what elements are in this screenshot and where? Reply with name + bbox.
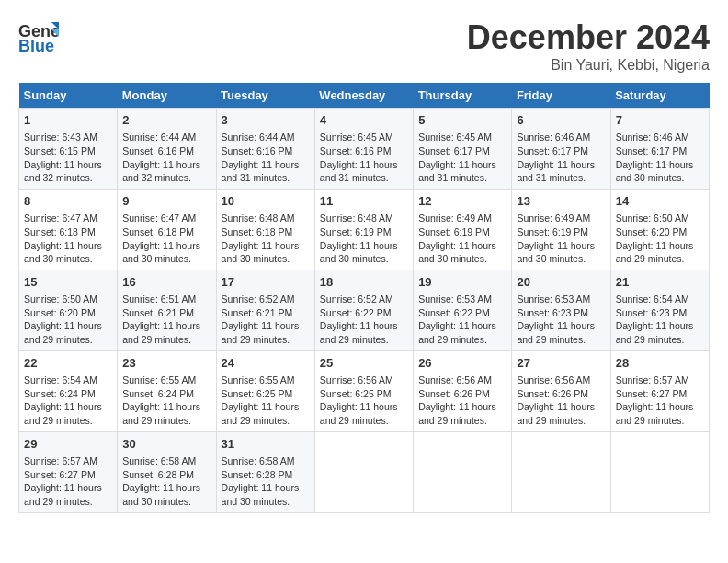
day-number: 17 [222, 274, 310, 291]
day-number: 20 [517, 274, 605, 291]
day-number: 16 [122, 274, 210, 291]
calendar-cell: 14Sunrise: 6:50 AM Sunset: 6:20 PM Dayli… [610, 189, 709, 270]
day-info: Sunrise: 6:53 AM Sunset: 6:23 PM Dayligh… [517, 293, 605, 347]
calendar-header: SundayMondayTuesdayWednesdayThursdayFrid… [19, 83, 710, 109]
day-info: Sunrise: 6:58 AM Sunset: 6:28 PM Dayligh… [122, 454, 210, 509]
calendar-cell: 24Sunrise: 6:55 AM Sunset: 6:25 PM Dayli… [216, 350, 314, 431]
calendar-cell [610, 431, 709, 512]
day-number: 31 [222, 436, 310, 453]
calendar-cell: 11Sunrise: 6:48 AM Sunset: 6:19 PM Dayli… [314, 189, 413, 270]
day-info: Sunrise: 6:45 AM Sunset: 6:16 PM Dayligh… [320, 131, 408, 185]
day-info: Sunrise: 6:46 AM Sunset: 6:17 PM Dayligh… [517, 131, 605, 185]
calendar-cell [314, 431, 413, 512]
week-row-0: 1Sunrise: 6:43 AM Sunset: 6:15 PM Daylig… [19, 109, 710, 190]
header-day-wednesday: Wednesday [314, 83, 413, 109]
day-info: Sunrise: 6:57 AM Sunset: 6:27 PM Dayligh… [24, 454, 112, 509]
day-info: Sunrise: 6:45 AM Sunset: 6:17 PM Dayligh… [418, 131, 506, 185]
day-info: Sunrise: 6:49 AM Sunset: 6:19 PM Dayligh… [517, 212, 605, 266]
day-info: Sunrise: 6:44 AM Sunset: 6:16 PM Dayligh… [122, 131, 210, 185]
calendar-cell: 6Sunrise: 6:46 AM Sunset: 6:17 PM Daylig… [512, 109, 610, 190]
day-number: 7 [616, 112, 704, 129]
day-number: 30 [122, 436, 210, 453]
calendar-cell: 19Sunrise: 6:53 AM Sunset: 6:22 PM Dayli… [414, 270, 512, 350]
day-number: 29 [24, 436, 112, 453]
day-info: Sunrise: 6:48 AM Sunset: 6:19 PM Dayligh… [320, 212, 408, 266]
day-number: 25 [320, 355, 408, 372]
day-info: Sunrise: 6:54 AM Sunset: 6:23 PM Dayligh… [616, 293, 704, 347]
day-info: Sunrise: 6:43 AM Sunset: 6:15 PM Dayligh… [24, 131, 112, 185]
day-number: 8 [24, 193, 112, 210]
calendar-cell: 27Sunrise: 6:56 AM Sunset: 6:26 PM Dayli… [512, 350, 610, 431]
day-info: Sunrise: 6:56 AM Sunset: 6:25 PM Dayligh… [320, 373, 408, 428]
day-info: Sunrise: 6:48 AM Sunset: 6:18 PM Dayligh… [222, 212, 310, 266]
calendar-cell: 22Sunrise: 6:54 AM Sunset: 6:24 PM Dayli… [19, 350, 118, 431]
day-info: Sunrise: 6:44 AM Sunset: 6:16 PM Dayligh… [222, 131, 310, 185]
calendar-cell: 16Sunrise: 6:51 AM Sunset: 6:21 PM Dayli… [118, 270, 216, 350]
day-info: Sunrise: 6:58 AM Sunset: 6:28 PM Dayligh… [222, 454, 310, 509]
calendar-cell: 28Sunrise: 6:57 AM Sunset: 6:27 PM Dayli… [610, 350, 709, 431]
day-number: 23 [122, 355, 210, 372]
day-number: 22 [24, 355, 112, 372]
day-info: Sunrise: 6:51 AM Sunset: 6:21 PM Dayligh… [122, 293, 210, 347]
calendar-cell: 25Sunrise: 6:56 AM Sunset: 6:25 PM Dayli… [314, 350, 413, 431]
calendar-cell: 20Sunrise: 6:53 AM Sunset: 6:23 PM Dayli… [512, 270, 610, 350]
week-row-3: 22Sunrise: 6:54 AM Sunset: 6:24 PM Dayli… [19, 350, 710, 431]
day-number: 21 [616, 274, 704, 291]
header-day-saturday: Saturday [610, 83, 709, 109]
calendar-cell: 31Sunrise: 6:58 AM Sunset: 6:28 PM Dayli… [216, 431, 314, 512]
day-number: 9 [122, 193, 210, 210]
day-number: 11 [320, 193, 408, 210]
header-row: SundayMondayTuesdayWednesdayThursdayFrid… [19, 83, 710, 109]
day-number: 15 [24, 274, 112, 291]
day-number: 26 [418, 355, 506, 372]
calendar-cell: 1Sunrise: 6:43 AM Sunset: 6:15 PM Daylig… [19, 109, 118, 190]
day-info: Sunrise: 6:50 AM Sunset: 6:20 PM Dayligh… [616, 212, 704, 266]
calendar-cell: 18Sunrise: 6:52 AM Sunset: 6:22 PM Dayli… [314, 270, 413, 350]
day-info: Sunrise: 6:49 AM Sunset: 6:19 PM Dayligh… [418, 212, 506, 266]
calendar-cell: 17Sunrise: 6:52 AM Sunset: 6:21 PM Dayli… [216, 270, 314, 350]
day-info: Sunrise: 6:55 AM Sunset: 6:25 PM Dayligh… [222, 373, 310, 428]
day-info: Sunrise: 6:56 AM Sunset: 6:26 PM Dayligh… [418, 373, 506, 428]
day-info: Sunrise: 6:55 AM Sunset: 6:24 PM Dayligh… [122, 373, 210, 428]
calendar-cell: 12Sunrise: 6:49 AM Sunset: 6:19 PM Dayli… [414, 189, 512, 270]
calendar-table: SundayMondayTuesdayWednesdayThursdayFrid… [18, 83, 710, 513]
title-block: December 2024 Bin Yauri, Kebbi, Nigeria [467, 18, 710, 74]
calendar-cell: 8Sunrise: 6:47 AM Sunset: 6:18 PM Daylig… [19, 189, 118, 270]
day-number: 28 [616, 355, 704, 372]
calendar-cell: 7Sunrise: 6:46 AM Sunset: 6:17 PM Daylig… [610, 109, 709, 190]
calendar-cell: 26Sunrise: 6:56 AM Sunset: 6:26 PM Dayli… [414, 350, 512, 431]
calendar-cell: 21Sunrise: 6:54 AM Sunset: 6:23 PM Dayli… [610, 270, 709, 350]
page-header: General Blue December 2024 Bin Yauri, Ke… [18, 18, 710, 74]
header-day-tuesday: Tuesday [216, 83, 314, 109]
week-row-2: 15Sunrise: 6:50 AM Sunset: 6:20 PM Dayli… [19, 270, 710, 350]
day-info: Sunrise: 6:52 AM Sunset: 6:22 PM Dayligh… [320, 293, 408, 347]
day-number: 6 [517, 112, 605, 129]
day-info: Sunrise: 6:46 AM Sunset: 6:17 PM Dayligh… [616, 131, 704, 185]
calendar-cell: 30Sunrise: 6:58 AM Sunset: 6:28 PM Dayli… [118, 431, 216, 512]
day-number: 3 [222, 112, 310, 129]
calendar-cell: 3Sunrise: 6:44 AM Sunset: 6:16 PM Daylig… [216, 109, 314, 190]
day-number: 19 [418, 274, 506, 291]
day-info: Sunrise: 6:47 AM Sunset: 6:18 PM Dayligh… [122, 212, 210, 266]
calendar-cell: 5Sunrise: 6:45 AM Sunset: 6:17 PM Daylig… [414, 109, 512, 190]
calendar-cell [512, 431, 610, 512]
logo: General Blue [18, 18, 59, 53]
calendar-cell: 2Sunrise: 6:44 AM Sunset: 6:16 PM Daylig… [118, 109, 216, 190]
day-info: Sunrise: 6:47 AM Sunset: 6:18 PM Dayligh… [24, 212, 112, 266]
calendar-cell [414, 431, 512, 512]
calendar-cell: 15Sunrise: 6:50 AM Sunset: 6:20 PM Dayli… [19, 270, 118, 350]
day-number: 4 [320, 112, 408, 129]
header-day-friday: Friday [512, 83, 610, 109]
day-number: 2 [122, 112, 210, 129]
calendar-cell: 4Sunrise: 6:45 AM Sunset: 6:16 PM Daylig… [314, 109, 413, 190]
day-info: Sunrise: 6:50 AM Sunset: 6:20 PM Dayligh… [24, 293, 112, 347]
calendar-cell: 9Sunrise: 6:47 AM Sunset: 6:18 PM Daylig… [118, 189, 216, 270]
day-info: Sunrise: 6:56 AM Sunset: 6:26 PM Dayligh… [517, 373, 605, 428]
header-day-sunday: Sunday [19, 83, 118, 109]
header-day-thursday: Thursday [414, 83, 512, 109]
calendar-cell: 23Sunrise: 6:55 AM Sunset: 6:24 PM Dayli… [118, 350, 216, 431]
calendar-cell: 29Sunrise: 6:57 AM Sunset: 6:27 PM Dayli… [19, 431, 118, 512]
day-number: 13 [517, 193, 605, 210]
day-info: Sunrise: 6:53 AM Sunset: 6:22 PM Dayligh… [418, 293, 506, 347]
general-blue-icon: General Blue [18, 18, 59, 53]
